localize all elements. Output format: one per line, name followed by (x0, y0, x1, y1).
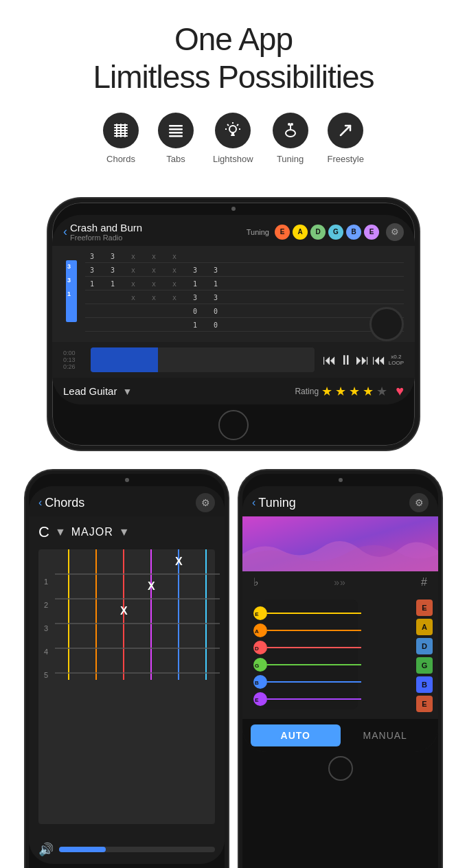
chord-key-dropdown[interactable]: ▼ (55, 526, 66, 538)
svg-rect-5 (116, 124, 117, 137)
svg-rect-40 (262, 599, 358, 709)
home-button[interactable] (218, 410, 249, 440)
waveform[interactable] (91, 347, 315, 372)
chords-settings-button[interactable]: ⚙ (196, 493, 215, 512)
back-button[interactable]: ‹ (63, 225, 67, 239)
svg-rect-8 (169, 125, 183, 127)
tuning-label: Tuning (277, 154, 304, 164)
tab-row-6: 10 (85, 319, 404, 332)
song-info: Crash and Burn Freeform Radio (70, 222, 247, 242)
star-4[interactable]: ★ (363, 384, 374, 399)
hero-title: One App Limitless Possibilities (14, 21, 453, 96)
rating-area: Rating ★ ★ ★ ★ ★ ♥ (295, 383, 404, 399)
lightshow-label: Lightshow (213, 154, 253, 164)
skip-back-button[interactable]: ⏮ (323, 352, 337, 368)
song-header: ‹ Crash and Burn Freeform Radio Tuning E… (52, 215, 415, 246)
svg-rect-13 (231, 133, 234, 135)
string-d-badge: D (416, 638, 433, 654)
svg-text:X: X (175, 556, 183, 567)
settings-button[interactable]: ⚙ (386, 223, 404, 241)
tuning-content: ♭ »» # (242, 516, 438, 752)
svg-text:D: D (255, 646, 259, 652)
string-e2-dot: E (364, 225, 379, 240)
track-name-area[interactable]: Lead Guitar ▼ (63, 385, 132, 397)
chords-back-button[interactable]: ‹ (38, 496, 42, 509)
flat-button[interactable]: ♭ (253, 575, 259, 589)
tuning-icon (273, 113, 308, 148)
tuning-feature: Tuning (273, 113, 308, 164)
phones-section: ‹ Crash and Burn Freeform Radio Tuning E… (0, 192, 467, 868)
tuning-arrows: »» (334, 577, 346, 588)
chords-camera-dot (125, 478, 129, 482)
skip-forward-button[interactable]: ⏭ (356, 352, 369, 368)
svg-rect-10 (169, 132, 183, 134)
star-5[interactable]: ★ (376, 384, 387, 399)
svg-line-18 (227, 124, 229, 126)
string-a-badge: A (416, 619, 433, 635)
rating-label: Rating (295, 387, 319, 396)
big-phone: ‹ Crash and Burn Freeform Radio Tuning E… (48, 198, 419, 450)
volume-icon[interactable]: 🔊 (38, 842, 54, 857)
pause-button[interactable]: ⏸ (339, 352, 353, 368)
volume-slider[interactable] (59, 847, 215, 852)
lightshow-feature: Lightshow (213, 113, 253, 164)
feature-icons-row: Chords Tabs (14, 113, 453, 164)
tuning-phone-home[interactable] (328, 756, 353, 781)
star-2[interactable]: ★ (335, 384, 346, 399)
svg-text:G: G (255, 663, 259, 669)
svg-point-22 (288, 123, 291, 126)
lightshow-icon (215, 113, 251, 148)
tuning-back-button[interactable]: ‹ (252, 496, 255, 509)
svg-line-16 (237, 124, 238, 126)
chord-fretboard: X X X 1 2 3 4 5 (38, 549, 215, 824)
tabs-label: Tabs (166, 154, 185, 164)
chords-label: Chords (106, 154, 135, 164)
freestyle-label: Freestyle (328, 154, 364, 164)
freestyle-feature: Freestyle (328, 113, 364, 164)
auto-button[interactable]: AUTO (251, 724, 341, 746)
tuning-settings-button[interactable]: ⚙ (409, 493, 429, 512)
svg-text:X: X (120, 605, 128, 617)
song-title: Crash and Burn (70, 222, 247, 233)
star-1[interactable]: ★ (321, 384, 332, 399)
volume-fill (59, 847, 106, 852)
string-g-dot: G (328, 225, 343, 240)
chords-phone: ‹ Chords ⚙ C ▼ MAJOR ▼ (25, 470, 228, 868)
tuning-mode-selector: AUTO MANUAL (242, 719, 438, 752)
svg-point-12 (229, 126, 236, 133)
favorite-button[interactable]: ♥ (396, 383, 404, 399)
chords-feature: Chords (103, 113, 139, 164)
tuning-text: Tuning (247, 228, 269, 236)
string-d-dot: D (310, 225, 326, 240)
tuning-phone: ‹ Tuning ⚙ (239, 470, 442, 868)
time-display: 0:00 0:13 0:26 (63, 350, 82, 370)
string-labels: E A D G B E (416, 599, 433, 712)
sharp-button[interactable]: # (421, 576, 427, 589)
star-3[interactable]: ★ (349, 384, 360, 399)
tab-row-1: 33 xxx (85, 251, 404, 263)
chords-title: Chords (45, 496, 196, 510)
chord-type-dropdown[interactable]: ▼ (119, 526, 130, 538)
string-e1-dot: E (275, 225, 290, 240)
guitar-neck-visualization: E A D G B E E A D (242, 593, 438, 719)
tuner-display (242, 516, 438, 571)
song-subtitle: Freeform Radio (70, 233, 247, 242)
guitar-tabs-display: 3 3 1 33 xxx 33 (52, 246, 415, 342)
svg-text:E: E (255, 697, 259, 703)
loop-back-button[interactable]: ⏮ (372, 352, 386, 368)
svg-text:E: E (255, 611, 259, 617)
svg-rect-9 (169, 128, 183, 130)
manual-button[interactable]: MANUAL (341, 724, 431, 746)
string-e1-badge: E (416, 599, 433, 616)
svg-rect-11 (169, 135, 183, 137)
track-name-text: Lead Guitar (63, 385, 117, 397)
svg-text:A: A (255, 628, 259, 635)
time-0: 0:00 (63, 350, 82, 356)
string-b-dot: B (346, 225, 361, 240)
string-b-badge: B (416, 676, 433, 693)
volume-control: 🔊 (29, 838, 225, 864)
freestyle-icon (328, 113, 363, 148)
chord-type[interactable]: MAJOR (71, 526, 113, 538)
chord-key[interactable]: C (38, 523, 49, 541)
tab-row-2: 33 xxx 33 (85, 264, 404, 277)
